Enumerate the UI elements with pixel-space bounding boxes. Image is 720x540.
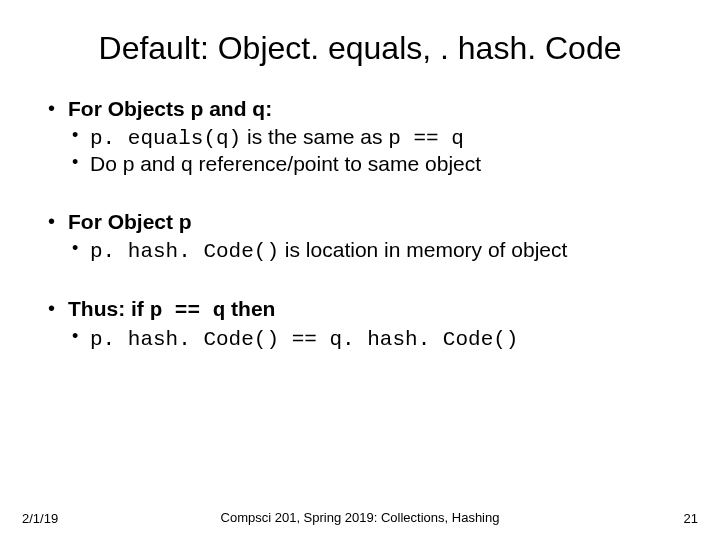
slide-title: Default: Object. equals, . hash. Code — [40, 30, 680, 67]
footer: 2/1/19 Compsci 201, Spring 2019: Collect… — [0, 510, 720, 526]
bullet-2: For Object p p. hash. Code() is location… — [40, 210, 680, 263]
bullet-2-sub: p. hash. Code() is location in memory of… — [68, 238, 680, 263]
bullet-1-head: For Objects p and q: — [68, 97, 272, 120]
code-equals: p. equals(q) — [90, 127, 241, 150]
bullet-3-head-c: then — [225, 297, 275, 320]
bullet-2-head: For Object p — [68, 210, 192, 233]
bullet-1-sub: p. equals(q) is the same as p == q Do p … — [68, 125, 680, 176]
text: is location in memory of object — [279, 238, 567, 261]
bullet-2-sub-1: p. hash. Code() is location in memory of… — [68, 238, 680, 263]
code-hashcode: p. hash. Code() — [90, 240, 279, 263]
code-hash-eq: p. hash. Code() == q. hash. Code() — [90, 328, 518, 351]
bullet-3-head-b: p == q — [150, 299, 226, 322]
bullet-list: For Objects p and q: p. equals(q) is the… — [40, 97, 680, 351]
code-peqq: p == q — [388, 127, 464, 150]
bullet-3-head-a: Thus: if — [68, 297, 150, 320]
bullet-1-sub-1: p. equals(q) is the same as p == q — [68, 125, 680, 150]
footer-page: 21 — [684, 511, 698, 526]
bullet-1: For Objects p and q: p. equals(q) is the… — [40, 97, 680, 176]
footer-date: 2/1/19 — [22, 511, 58, 526]
bullet-3-sub: p. hash. Code() == q. hash. Code() — [68, 326, 680, 351]
bullet-3: Thus: if p == q then p. hash. Code() == … — [40, 297, 680, 351]
footer-course: Compsci 201, Spring 2019: Collections, H… — [0, 510, 720, 526]
bullet-1-sub-2: Do p and q reference/point to same objec… — [68, 152, 680, 176]
text: is the same as — [241, 125, 388, 148]
slide: Default: Object. equals, . hash. Code Fo… — [0, 0, 720, 540]
bullet-3-sub-1: p. hash. Code() == q. hash. Code() — [68, 326, 680, 351]
